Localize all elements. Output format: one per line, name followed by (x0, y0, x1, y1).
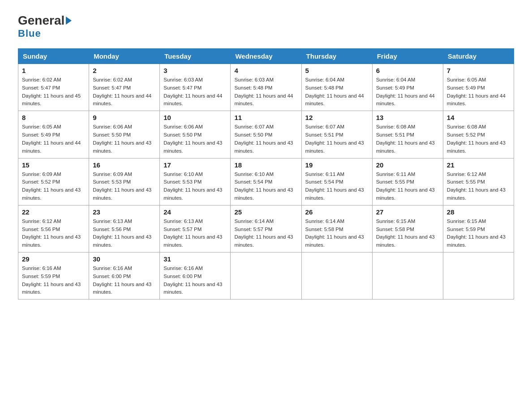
day-info: Sunrise: 6:06 AMSunset: 5:50 PMDaylight:… (93, 123, 156, 155)
day-info: Sunrise: 6:11 AMSunset: 5:55 PMDaylight:… (376, 171, 439, 202)
calendar-cell (231, 253, 301, 300)
calendar-day-header: Saturday (443, 49, 514, 64)
day-number: 13 (376, 114, 439, 121)
calendar-cell: 29 Sunrise: 6:16 AMSunset: 5:59 PMDaylig… (18, 253, 89, 300)
logo-general-label: General (18, 13, 64, 28)
day-info: Sunrise: 6:09 AMSunset: 5:52 PMDaylight:… (22, 171, 85, 202)
day-info: Sunrise: 6:11 AMSunset: 5:54 PMDaylight:… (305, 171, 369, 202)
day-info: Sunrise: 6:15 AMSunset: 5:59 PMDaylight:… (447, 218, 510, 249)
day-number: 18 (234, 161, 297, 169)
calendar-cell: 25 Sunrise: 6:14 AMSunset: 5:57 PMDaylig… (231, 205, 301, 252)
calendar-cell (443, 253, 514, 300)
day-number: 14 (447, 114, 510, 121)
day-number: 11 (234, 114, 297, 121)
calendar-cell: 26 Sunrise: 6:14 AMSunset: 5:58 PMDaylig… (301, 205, 372, 252)
calendar-week-row: 8 Sunrise: 6:05 AMSunset: 5:49 PMDayligh… (18, 111, 514, 158)
day-info: Sunrise: 6:04 AMSunset: 5:49 PMDaylight:… (376, 76, 439, 108)
calendar-cell: 8 Sunrise: 6:05 AMSunset: 5:49 PMDayligh… (18, 111, 89, 158)
calendar-cell: 27 Sunrise: 6:15 AMSunset: 5:58 PMDaylig… (372, 205, 443, 252)
calendar-day-header: Thursday (301, 49, 372, 64)
day-number: 28 (447, 208, 510, 216)
calendar-cell: 11 Sunrise: 6:07 AMSunset: 5:50 PMDaylig… (231, 111, 301, 158)
calendar-week-row: 15 Sunrise: 6:09 AMSunset: 5:52 PMDaylig… (18, 158, 514, 205)
day-info: Sunrise: 6:07 AMSunset: 5:51 PMDaylight:… (305, 123, 369, 155)
day-info: Sunrise: 6:06 AMSunset: 5:50 PMDaylight:… (163, 123, 227, 155)
day-number: 19 (305, 161, 369, 169)
day-number: 15 (22, 161, 85, 169)
day-number: 6 (376, 67, 439, 74)
day-info: Sunrise: 6:10 AMSunset: 5:54 PMDaylight:… (234, 171, 297, 202)
day-info: Sunrise: 6:12 AMSunset: 5:56 PMDaylight:… (22, 218, 85, 249)
calendar-cell: 13 Sunrise: 6:08 AMSunset: 5:51 PMDaylig… (372, 111, 443, 158)
calendar-week-row: 22 Sunrise: 6:12 AMSunset: 5:56 PMDaylig… (18, 205, 514, 252)
calendar-cell: 31 Sunrise: 6:16 AMSunset: 6:00 PMDaylig… (160, 253, 231, 300)
day-info: Sunrise: 6:13 AMSunset: 5:56 PMDaylight:… (93, 218, 156, 249)
day-info: Sunrise: 6:14 AMSunset: 5:57 PMDaylight:… (234, 218, 297, 249)
day-number: 26 (305, 208, 369, 216)
day-info: Sunrise: 6:16 AMSunset: 6:00 PMDaylight:… (163, 265, 227, 296)
calendar-cell (372, 253, 443, 300)
calendar-cell: 3 Sunrise: 6:03 AMSunset: 5:47 PMDayligh… (160, 64, 231, 111)
logo-blue-label: Blue (18, 28, 72, 39)
calendar-cell: 24 Sunrise: 6:13 AMSunset: 5:57 PMDaylig… (160, 205, 231, 252)
day-info: Sunrise: 6:05 AMSunset: 5:49 PMDaylight:… (447, 76, 510, 108)
day-number: 1 (22, 67, 85, 74)
calendar-cell: 21 Sunrise: 6:12 AMSunset: 5:55 PMDaylig… (443, 158, 514, 205)
calendar-cell: 2 Sunrise: 6:02 AMSunset: 5:47 PMDayligh… (89, 64, 160, 111)
calendar-cell: 19 Sunrise: 6:11 AMSunset: 5:54 PMDaylig… (301, 158, 372, 205)
calendar-day-header: Tuesday (160, 49, 231, 64)
day-info: Sunrise: 6:02 AMSunset: 5:47 PMDaylight:… (22, 76, 85, 108)
calendar-cell: 16 Sunrise: 6:09 AMSunset: 5:53 PMDaylig… (89, 158, 160, 205)
calendar-cell: 28 Sunrise: 6:15 AMSunset: 5:59 PMDaylig… (443, 205, 514, 252)
calendar-cell: 30 Sunrise: 6:16 AMSunset: 6:00 PMDaylig… (89, 253, 160, 300)
logo-arrow-icon (66, 17, 72, 25)
day-number: 22 (22, 208, 85, 216)
day-info: Sunrise: 6:16 AMSunset: 6:00 PMDaylight:… (93, 265, 156, 296)
day-number: 20 (376, 161, 439, 169)
day-number: 17 (163, 161, 227, 169)
calendar-cell: 17 Sunrise: 6:10 AMSunset: 5:53 PMDaylig… (160, 158, 231, 205)
calendar-cell: 6 Sunrise: 6:04 AMSunset: 5:49 PMDayligh… (372, 64, 443, 111)
day-info: Sunrise: 6:08 AMSunset: 5:51 PMDaylight:… (376, 123, 439, 155)
day-info: Sunrise: 6:14 AMSunset: 5:58 PMDaylight:… (305, 218, 369, 249)
calendar-cell: 9 Sunrise: 6:06 AMSunset: 5:50 PMDayligh… (89, 111, 160, 158)
calendar-table: SundayMondayTuesdayWednesdayThursdayFrid… (18, 48, 514, 300)
day-number: 16 (93, 161, 156, 169)
calendar-day-header: Monday (89, 49, 160, 64)
day-number: 21 (447, 161, 510, 169)
calendar-cell: 23 Sunrise: 6:13 AMSunset: 5:56 PMDaylig… (89, 205, 160, 252)
day-number: 30 (93, 255, 156, 263)
calendar-cell: 4 Sunrise: 6:03 AMSunset: 5:48 PMDayligh… (231, 64, 301, 111)
calendar-cell (301, 253, 372, 300)
calendar-week-row: 29 Sunrise: 6:16 AMSunset: 5:59 PMDaylig… (18, 253, 514, 300)
day-number: 12 (305, 114, 369, 121)
calendar-cell: 10 Sunrise: 6:06 AMSunset: 5:50 PMDaylig… (160, 111, 231, 158)
calendar-cell: 22 Sunrise: 6:12 AMSunset: 5:56 PMDaylig… (18, 205, 89, 252)
day-info: Sunrise: 6:13 AMSunset: 5:57 PMDaylight:… (163, 218, 227, 249)
day-info: Sunrise: 6:04 AMSunset: 5:48 PMDaylight:… (305, 76, 369, 108)
day-info: Sunrise: 6:03 AMSunset: 5:48 PMDaylight:… (234, 76, 297, 108)
day-info: Sunrise: 6:15 AMSunset: 5:58 PMDaylight:… (376, 218, 439, 249)
logo-row: General (18, 13, 72, 28)
day-number: 10 (163, 114, 227, 121)
day-number: 25 (234, 208, 297, 216)
calendar-cell: 12 Sunrise: 6:07 AMSunset: 5:51 PMDaylig… (301, 111, 372, 158)
day-number: 29 (22, 255, 85, 263)
calendar-cell: 5 Sunrise: 6:04 AMSunset: 5:48 PMDayligh… (301, 64, 372, 111)
calendar-header-row: SundayMondayTuesdayWednesdayThursdayFrid… (18, 49, 514, 64)
calendar-cell: 15 Sunrise: 6:09 AMSunset: 5:52 PMDaylig… (18, 158, 89, 205)
day-info: Sunrise: 6:10 AMSunset: 5:53 PMDaylight:… (163, 171, 227, 202)
logo: General Blue (18, 13, 72, 39)
day-number: 23 (93, 208, 156, 216)
day-number: 8 (22, 114, 85, 121)
day-number: 3 (163, 67, 227, 74)
day-number: 24 (163, 208, 227, 216)
calendar-day-header: Sunday (18, 49, 89, 64)
calendar-cell: 1 Sunrise: 6:02 AMSunset: 5:47 PMDayligh… (18, 64, 89, 111)
calendar-week-row: 1 Sunrise: 6:02 AMSunset: 5:47 PMDayligh… (18, 64, 514, 111)
day-number: 27 (376, 208, 439, 216)
calendar-day-header: Friday (372, 49, 443, 64)
day-info: Sunrise: 6:02 AMSunset: 5:47 PMDaylight:… (93, 76, 156, 108)
calendar-cell: 18 Sunrise: 6:10 AMSunset: 5:54 PMDaylig… (231, 158, 301, 205)
calendar-cell: 20 Sunrise: 6:11 AMSunset: 5:55 PMDaylig… (372, 158, 443, 205)
